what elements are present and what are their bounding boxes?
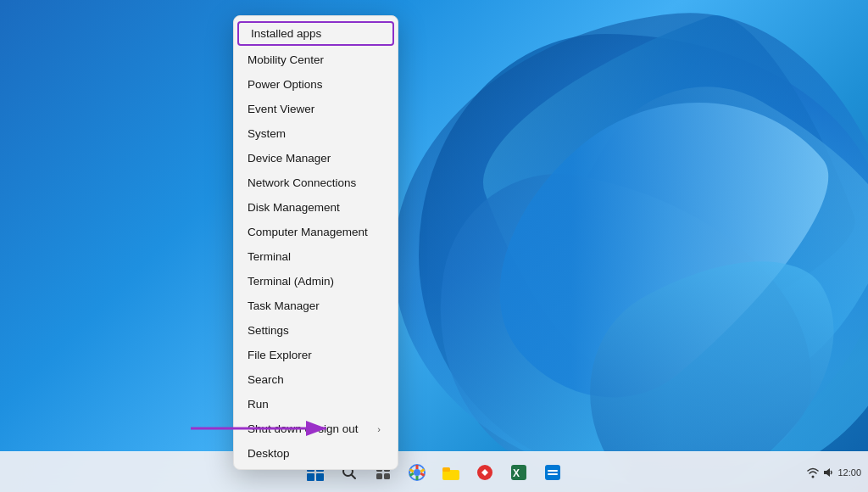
taskbar: X 12:00: [0, 451, 868, 492]
menu-item-label: System: [248, 127, 286, 140]
svg-rect-11: [442, 467, 450, 472]
context-menu: Installed appsMobility CenterPower Optio…: [233, 15, 398, 470]
menu-item-file-explorer[interactable]: File Explorer: [234, 343, 398, 367]
excel-button[interactable]: X: [504, 457, 534, 488]
menu-item-desktop[interactable]: Desktop: [234, 441, 398, 466]
chrome-icon: [408, 463, 426, 482]
svg-rect-16: [548, 470, 558, 472]
menu-item-run[interactable]: Run: [234, 392, 398, 417]
menu-item-settings[interactable]: Settings: [234, 318, 398, 343]
menu-item-label: Terminal (Admin): [248, 275, 334, 288]
wifi-icon: [807, 467, 819, 478]
menu-item-label: Settings: [248, 324, 289, 337]
svg-marker-19: [824, 468, 830, 477]
menu-item-device-manager[interactable]: Device Manager: [234, 146, 398, 171]
menu-item-search[interactable]: Search: [234, 367, 398, 392]
menu-item-label: Desktop: [248, 447, 290, 460]
volume-icon: [822, 467, 834, 478]
svg-point-18: [812, 475, 815, 478]
svg-rect-17: [548, 473, 558, 475]
file-explorer-icon: [442, 464, 460, 481]
submenu-chevron-icon: ›: [377, 424, 381, 434]
svg-point-9: [414, 469, 420, 476]
svg-text:X: X: [513, 467, 520, 479]
svg-rect-15: [545, 465, 560, 480]
chrome-button[interactable]: [402, 457, 432, 488]
excel-icon: X: [509, 463, 528, 482]
menu-item-label: Search: [248, 373, 284, 386]
svg-line-3: [352, 475, 355, 478]
system-clock: 12:00: [837, 467, 861, 478]
menu-item-label: Terminal: [248, 250, 291, 263]
svg-rect-7: [384, 473, 390, 479]
menu-item-mobility-center[interactable]: Mobility Center: [234, 48, 398, 72]
menu-item-system[interactable]: System: [234, 121, 398, 146]
menu-item-task-manager[interactable]: Task Manager: [234, 294, 398, 318]
menu-item-label: File Explorer: [248, 349, 312, 361]
menu-item-label: Power Options: [248, 78, 323, 91]
menu-item-label: Installed apps: [251, 27, 321, 40]
app7-button[interactable]: [537, 457, 568, 488]
menu-item-label: Task Manager: [248, 299, 320, 312]
menu-item-computer-management[interactable]: Computer Management: [234, 220, 398, 244]
menu-item-power-options[interactable]: Power Options: [234, 72, 398, 97]
system-tray: 12:00: [807, 467, 861, 478]
menu-item-disk-management[interactable]: Disk Management: [234, 195, 398, 220]
menu-item-label: Disk Management: [248, 201, 340, 214]
menu-item-terminal-admin[interactable]: Terminal (Admin): [234, 269, 398, 294]
menu-item-label: Network Connections: [248, 176, 356, 189]
app5-icon: [476, 463, 494, 482]
menu-item-installed-apps[interactable]: Installed apps: [237, 21, 394, 46]
app5-button[interactable]: [470, 457, 500, 488]
menu-item-label: Device Manager: [248, 152, 331, 165]
menu-item-network-connections[interactable]: Network Connections: [234, 171, 398, 195]
desktop: Installed appsMobility CenterPower Optio…: [0, 0, 868, 492]
menu-item-label: Event Viewer: [248, 103, 314, 115]
file-explorer-button[interactable]: [436, 457, 466, 488]
svg-rect-6: [376, 473, 382, 479]
app7-icon: [543, 463, 562, 482]
arrow-annotation: [186, 416, 339, 444]
menu-item-event-viewer[interactable]: Event Viewer: [234, 97, 398, 121]
menu-item-label: Mobility Center: [248, 53, 324, 66]
menu-item-label: Computer Management: [248, 226, 368, 238]
menu-item-label: Run: [248, 398, 269, 411]
menu-item-terminal[interactable]: Terminal: [234, 244, 398, 269]
